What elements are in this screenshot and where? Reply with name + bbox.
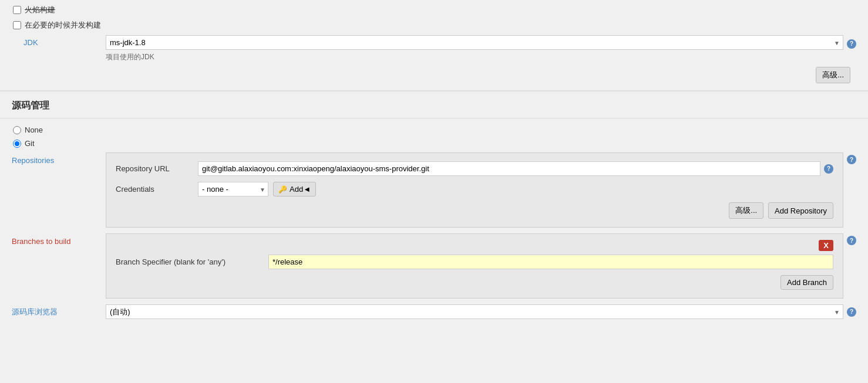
advanced-btn-row: 高级...	[12, 67, 856, 83]
git-radio-row: Git	[12, 139, 856, 148]
repositories-box: Repository URL ? Credentials - none - ▼	[106, 152, 843, 228]
branches-box: X Branch Specifier (blank for 'any') Add…	[106, 233, 843, 299]
checkbox2-label: 在必要的时候并发构建	[25, 20, 101, 30]
none-radio-row: None	[12, 126, 856, 134]
repo-url-label: Repository URL	[116, 164, 198, 173]
browser-select-wrapper: (自动) ▼	[106, 304, 843, 319]
repo-footer: 高级... Add Repository	[116, 202, 833, 219]
key-icon: 🔑	[278, 185, 287, 194]
credentials-row: Credentials - none - ▼ 🔑 Add◄	[116, 182, 833, 196]
checkbox2-row: 在必要的时候并发构建	[12, 20, 856, 30]
repositories-main-row: Repositories Repository URL ? Credential…	[12, 152, 856, 228]
branch-footer: Add Branch	[116, 275, 833, 290]
repo-url-input[interactable]	[198, 161, 820, 176]
jdk-help-icon[interactable]: ?	[847, 39, 856, 49]
credentials-select[interactable]: - none -	[198, 182, 268, 196]
jdk-label: JDK	[23, 38, 106, 47]
section-title: 源码管理	[0, 91, 868, 118]
credentials-select-wrapper: - none - ▼	[198, 182, 268, 196]
scm-body: None Git Repositories Repository URL ?	[0, 118, 868, 326]
page-wrapper: 火焰构建 在必要的时候并发构建 JDK ms-jdk-1.8 ▼ ? 项目使用的…	[0, 0, 868, 383]
add-credentials-button[interactable]: 🔑 Add◄	[273, 182, 316, 196]
repositories-content: Repository URL ? Credentials - none - ▼	[106, 152, 843, 228]
repo-advanced-button[interactable]: 高级...	[729, 202, 763, 219]
none-label: None	[25, 126, 43, 134]
repositories-label: Repositories	[12, 152, 106, 165]
advanced-button[interactable]: 高级...	[816, 67, 850, 83]
checkbox1-label: 火焰构建	[25, 5, 55, 15]
branch-specifier-label: Branch Specifier (blank for 'any')	[116, 257, 268, 266]
repo-url-help-icon[interactable]: ?	[824, 164, 833, 174]
checkbox1-row: 火焰构建	[12, 5, 856, 15]
branches-label: Branches to build	[12, 233, 106, 246]
add-credentials-label: Add◄	[290, 185, 311, 194]
jdk-hint: 项目使用的JDK	[94, 52, 856, 62]
none-radio[interactable]	[13, 126, 21, 134]
top-section: 火焰构建 在必要的时候并发构建 JDK ms-jdk-1.8 ▼ ? 项目使用的…	[0, 0, 868, 91]
repo-url-row: Repository URL ?	[116, 161, 833, 176]
branch-specifier-row: Branch Specifier (blank for 'any')	[116, 255, 833, 269]
source-browser-label: 源码库浏览器	[12, 307, 106, 317]
branch-header-row: X	[116, 240, 833, 251]
source-browser-row: 源码库浏览器 (自动) ▼ ?	[12, 304, 856, 319]
checkbox1-input[interactable]	[13, 6, 21, 14]
jdk-select-wrapper: ms-jdk-1.8 ▼	[106, 35, 843, 50]
git-radio[interactable]	[13, 140, 21, 148]
source-browser-wrapper: (自动) ▼ ?	[106, 304, 856, 319]
git-label: Git	[25, 139, 35, 148]
branches-help-icon[interactable]: ?	[847, 236, 856, 245]
delete-branch-button[interactable]: X	[819, 240, 833, 251]
credentials-label: Credentials	[116, 185, 198, 194]
jdk-select[interactable]: ms-jdk-1.8	[106, 35, 843, 50]
jdk-row: JDK ms-jdk-1.8 ▼ ?	[12, 35, 856, 50]
repositories-help-icon[interactable]: ?	[847, 155, 856, 164]
add-repository-button[interactable]: Add Repository	[768, 202, 833, 219]
branches-content: X Branch Specifier (blank for 'any') Add…	[106, 233, 843, 299]
branches-main-row: Branches to build X Branch Specifier (bl…	[12, 233, 856, 299]
add-branch-button[interactable]: Add Branch	[780, 275, 833, 290]
checkbox2-input[interactable]	[13, 21, 21, 29]
source-browser-select[interactable]: (自动)	[106, 304, 843, 319]
source-browser-help-icon[interactable]: ?	[847, 307, 856, 317]
branch-specifier-input[interactable]	[268, 255, 833, 269]
